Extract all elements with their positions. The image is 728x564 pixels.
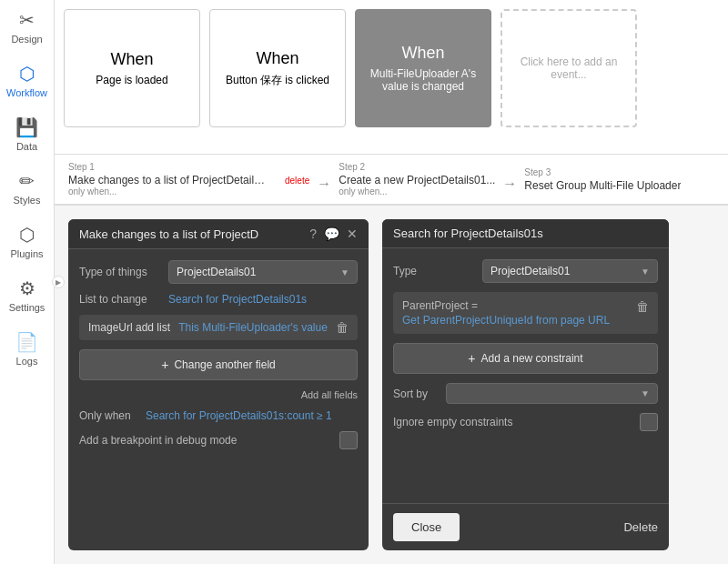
add-field-button[interactable]: + Change another field: [79, 349, 358, 380]
ignore-constraints-row: Ignore empty constraints: [393, 413, 658, 431]
step-arrow-1: →: [317, 166, 331, 192]
close-button[interactable]: Close: [393, 513, 460, 541]
list-to-change-label: List to change: [79, 293, 161, 306]
constraint-delete-icon[interactable]: 🗑: [636, 299, 649, 314]
close-icon[interactable]: ✕: [347, 227, 358, 241]
event-card-1[interactable]: When Page is loaded: [64, 9, 200, 127]
ignore-constraints-toggle[interactable]: [640, 413, 658, 431]
debug-label: Add a breakpoint in debug mode: [79, 434, 237, 447]
type-of-things-row: Type of things ProjectDetails01 ▼: [79, 260, 358, 284]
constraint-value[interactable]: Get ParentProjectUniqueId from page URL: [402, 314, 629, 327]
sort-by-select[interactable]: ▼: [446, 383, 658, 404]
sidebar-collapse-arrow[interactable]: ▶: [52, 276, 65, 288]
constraint-row: ParentProject = Get ParentProjectUniqueI…: [393, 292, 658, 334]
sidebar-label-plugins: Plugins: [10, 248, 43, 259]
step-arrow-2: →: [502, 166, 517, 192]
sort-by-label: Sort by: [393, 388, 439, 400]
steps-bar: Step 1 Make changes to a list of Project…: [55, 155, 728, 206]
add-constraint-plus-icon: +: [468, 351, 475, 366]
settings-icon: ⚙: [19, 277, 35, 299]
add-constraint-button[interactable]: + Add a new constraint: [393, 343, 658, 374]
step2-sub: only when...: [339, 186, 495, 196]
sidebar-item-workflow[interactable]: ⬡ Workflow: [0, 54, 54, 107]
event1-when: When: [110, 50, 153, 69]
panels-area: Make changes to a list of ProjectD ? 💬 ✕…: [55, 206, 728, 564]
plugins-icon: ⬡: [19, 224, 35, 246]
sort-by-arrow: ▼: [641, 388, 650, 398]
panel-left-icons: ? 💬 ✕: [309, 227, 358, 241]
right-type-arrow: ▼: [641, 267, 650, 277]
step1-label: Step 1: [68, 162, 309, 172]
event-card-3[interactable]: When Multi-FileUploader A's value is cha…: [355, 9, 491, 127]
sidebar: ✂ Design ⬡ Workflow 💾 Data ✏ Styles ⬡ Pl…: [0, 0, 55, 564]
list-to-change-value[interactable]: Search for ProjectDetails01s: [168, 293, 307, 306]
design-icon: ✂: [19, 9, 35, 31]
right-type-dropdown[interactable]: ProjectDetails01 ▼: [482, 259, 658, 283]
sidebar-item-data[interactable]: 💾 Data: [0, 107, 54, 161]
event3-when: When: [401, 44, 444, 63]
panel-left-header: Make changes to a list of ProjectD ? 💬 ✕: [68, 219, 369, 249]
comment-icon[interactable]: 💬: [324, 227, 339, 241]
panel-right-body: Type ProjectDetails01 ▼ ParentProject = …: [382, 248, 669, 503]
step3-label: Step 3: [524, 167, 681, 177]
event-card-add[interactable]: Click here to add an event...: [500, 9, 637, 127]
sidebar-item-settings[interactable]: ⚙ Settings: [0, 268, 54, 322]
field-tag-delete-icon[interactable]: 🗑: [336, 320, 349, 335]
sidebar-item-styles[interactable]: ✏ Styles: [0, 161, 54, 215]
sort-by-dropdown[interactable]: ▼: [446, 383, 658, 404]
help-icon[interactable]: ?: [309, 227, 317, 241]
panel-left-body: Type of things ProjectDetails01 ▼ List t…: [68, 249, 369, 550]
sidebar-item-logs[interactable]: 📄 Logs: [0, 322, 54, 376]
event2-desc: Button 保存 is clicked: [226, 73, 329, 88]
step1-title: Make changes to a list of ProjectDetails…: [68, 174, 268, 186]
step1-sub: only when...: [68, 186, 309, 196]
type-of-things-label: Type of things: [79, 266, 161, 278]
data-icon: 💾: [15, 116, 38, 138]
type-of-things-dropdown[interactable]: ProjectDetails01 ▼: [168, 260, 358, 284]
field-tag-value[interactable]: This Multi-FileUploader's value: [178, 321, 328, 334]
field-tag-label: ImageUrl add list: [88, 321, 170, 334]
sort-by-row: Sort by ▼: [393, 383, 658, 404]
sidebar-item-plugins[interactable]: ⬡ Plugins: [0, 215, 54, 268]
right-type-value: ProjectDetails01: [490, 265, 570, 277]
only-when-row: Only when Search for ProjectDetails01s:c…: [79, 409, 358, 422]
step-item-3[interactable]: Step 3 Reset Group Multi-File Uploader: [524, 167, 681, 192]
type-dropdown-arrow: ▼: [340, 267, 349, 277]
workflow-header: When Page is loaded When Button 保存 is cl…: [55, 0, 728, 155]
step3-title: Reset Group Multi-File Uploader: [524, 179, 681, 192]
add-all-fields-link[interactable]: Add all fields: [79, 389, 358, 400]
right-type-label: Type: [393, 265, 475, 277]
panel-right-footer: Close Delete: [382, 503, 669, 550]
only-when-label: Only when: [79, 409, 138, 422]
debug-toggle[interactable]: [339, 431, 358, 449]
step1-delete[interactable]: delete: [285, 176, 309, 186]
step2-label: Step 2: [339, 162, 495, 172]
type-of-things-value: ProjectDetails01: [177, 266, 256, 278]
right-type-select[interactable]: ProjectDetails01 ▼: [482, 259, 658, 283]
event3-desc: Multi-FileUploader A's value is changed: [365, 67, 481, 93]
sidebar-label-data: Data: [16, 141, 37, 152]
panel-left-title: Make changes to a list of ProjectD: [79, 227, 258, 241]
list-to-change-row: List to change Search for ProjectDetails…: [79, 293, 358, 306]
only-when-value[interactable]: Search for ProjectDetails01s:count ≥ 1: [146, 409, 332, 422]
delete-button[interactable]: Delete: [623, 520, 658, 534]
add-field-label: Change another field: [174, 358, 275, 371]
sidebar-label-design: Design: [11, 34, 42, 45]
type-of-things-select[interactable]: ProjectDetails01 ▼: [168, 260, 358, 284]
panel-right-title: Search for ProjectDetails01s: [393, 227, 543, 240]
panel-left: Make changes to a list of ProjectD ? 💬 ✕…: [68, 219, 369, 550]
step-item-1[interactable]: Step 1 Make changes to a list of Project…: [68, 162, 309, 196]
constraint-field: ParentProject =: [402, 299, 478, 312]
workflow-icon: ⬡: [19, 63, 35, 85]
sidebar-label-settings: Settings: [9, 302, 46, 313]
ignore-constraints-label: Ignore empty constraints: [393, 416, 512, 428]
sidebar-label-workflow: Workflow: [6, 87, 47, 98]
sidebar-item-design[interactable]: ✂ Design: [0, 0, 54, 54]
event1-desc: Page is loaded: [96, 74, 167, 86]
step-item-2[interactable]: Step 2 Create a new ProjectDetails01... …: [339, 162, 495, 196]
debug-row: Add a breakpoint in debug mode: [79, 431, 358, 449]
event-card-2[interactable]: When Button 保存 is clicked: [209, 9, 346, 127]
panel-right: Search for ProjectDetails01s Type Projec…: [382, 219, 669, 550]
plus-icon: +: [161, 358, 168, 372]
field-tag-row: ImageUrl add list This Multi-FileUploade…: [79, 315, 358, 340]
